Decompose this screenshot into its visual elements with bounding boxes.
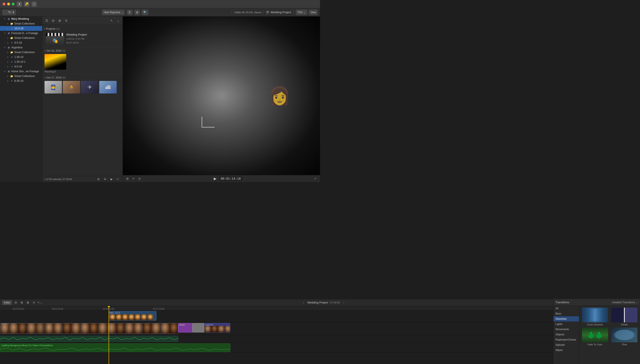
expand-arrow: ▸ xyxy=(8,27,10,30)
projects-section-header[interactable]: ▾ Projects (1) xyxy=(42,26,123,31)
chevron-down-icon: ⌄ xyxy=(121,11,123,14)
preview-right-controls: ⤢ xyxy=(313,176,318,181)
event-star-icon-6: ✦ xyxy=(10,79,14,83)
import-icon2: 📷 xyxy=(8,11,11,14)
browser-cursor-dropdown[interactable]: ⌄ xyxy=(116,18,121,23)
sidebar-label-mary-wedding: Mary Wedding xyxy=(11,17,29,20)
hide-rejected-button[interactable]: Hide Rejected ⌄ xyxy=(102,10,125,15)
status-settings-btn[interactable]: ⚙ xyxy=(103,177,107,181)
close-button[interactable] xyxy=(3,2,6,6)
oct18-count: (1) xyxy=(62,49,66,52)
oct17-section-header[interactable]: ▾ Oct 17, 2018 (6) xyxy=(42,74,123,80)
browser-grid-icon[interactable]: ⊞ xyxy=(57,18,62,23)
oct17-label: Oct 17, 2018 xyxy=(47,76,62,79)
cockpit-thumb[interactable]: ✈ xyxy=(81,81,98,94)
status-view-btn[interactable]: ⊞ xyxy=(96,177,101,181)
sidebar-item-1-30-19-1[interactable]: ▸ ✦ 1-30-19 1 xyxy=(0,60,42,64)
thumb-body: 🎭 xyxy=(46,36,64,46)
zoom-chevron-icon: ⌄ xyxy=(304,11,306,14)
expand-arrow: ▸ xyxy=(8,37,10,39)
event-star-icon-2: ✦ xyxy=(10,41,14,44)
status-controls: ⊞ ⚙ ▶ ✂ xyxy=(96,177,120,181)
hide-rejected-label: Hide Rejected xyxy=(104,11,120,14)
sidebar-label-8-30-18: 8-30-18 xyxy=(14,80,23,82)
section-arrow: ▾ xyxy=(44,28,45,30)
l-shape-overlay xyxy=(201,117,215,128)
event-star-icon: ✦ xyxy=(10,27,14,30)
wedding-project-thumb: 🎭 xyxy=(46,33,64,46)
timecode-display: 00:01:14:18 xyxy=(219,176,243,181)
import-button[interactable]: ⬛ 📷 ⬆ xyxy=(2,10,16,15)
zoom-button[interactable]: 70% ⌄ xyxy=(296,10,307,15)
download-icon[interactable]: ⬇ xyxy=(17,2,22,7)
sidebar-item-smart-collections-4[interactable]: ▸ 📁 Smart Collections xyxy=(0,74,42,78)
expand-arrow: ▸ xyxy=(8,66,10,68)
browser-cursor-icon[interactable]: ↖ xyxy=(109,18,114,23)
sidebar-item-home-sho-footage[interactable]: ▾ ⊞ Home Sho...ne Footage xyxy=(0,69,42,74)
smart-folder-icon-4: 📁 xyxy=(10,74,14,78)
project-camera-icon: 🎬 xyxy=(266,11,269,14)
sidebar-item-argentina[interactable]: ▾ ⊞ Argentina xyxy=(0,45,42,50)
expand-btn[interactable]: ⤢ xyxy=(313,176,318,181)
import-icon: ⬛ xyxy=(4,11,7,14)
sidebar-item-mary-wedding[interactable]: ▾ ⊞ Mary Wedding xyxy=(0,16,42,21)
pilot-thumb[interactable]: 👮 xyxy=(45,81,62,94)
library-icon-2: ⊞ xyxy=(7,32,11,35)
status-clip-btn[interactable]: ✂ xyxy=(116,177,120,181)
search-button[interactable]: 🔍 xyxy=(142,10,148,15)
wedding-project-card[interactable]: 🎭 Wedding Project 1/30/19, 5:20 PM 00:07… xyxy=(44,32,121,47)
clapper-stripe xyxy=(46,33,64,36)
browser-sort-icon[interactable]: ⇅ xyxy=(64,18,69,23)
list-view-button[interactable]: ☰ xyxy=(127,10,132,15)
view-mode-btn[interactable]: ⊞ xyxy=(125,176,130,181)
sidebar-item-smart-collections-1[interactable]: ▸ 📁 Smart Collections xyxy=(0,21,42,26)
sidebar-item-1-30-19[interactable]: ▸ ✦ 1-30-19 xyxy=(0,55,42,60)
sidebar-label-home-sho-footage: Home Sho...ne Footage xyxy=(11,70,39,73)
trim-btn[interactable]: ✂ xyxy=(131,176,136,181)
check-icon[interactable]: ✓ xyxy=(32,2,37,7)
sidebar-item-forecast-footage[interactable]: ▾ ⊞ Forecast D...e Footage xyxy=(0,31,42,36)
view-button[interactable]: View xyxy=(309,10,318,15)
share-icon: ⬆ xyxy=(12,11,14,14)
standing-thumb[interactable]: 🧍 xyxy=(63,81,80,94)
preview-left-controls: ⊞ ✂ ⊙ xyxy=(125,176,142,181)
browser-content: ▾ Projects (1) 🎭 Wedding Project 1/30/19… xyxy=(42,25,123,176)
sidebar-item-8-30-18[interactable]: ▸ ✦ 8-30-18 xyxy=(0,78,42,83)
grid-view-button[interactable]: ⊞ xyxy=(134,10,140,15)
aerial-thumb[interactable]: 🏙 xyxy=(99,81,117,94)
expand-arrow: ▸ xyxy=(8,42,10,44)
planning5-thumb[interactable] xyxy=(45,54,66,70)
maximize-button[interactable] xyxy=(12,2,15,6)
oct17-count: (6) xyxy=(62,76,66,79)
minimize-button[interactable] xyxy=(7,2,10,6)
smart-folder-icon: 📁 xyxy=(10,22,14,26)
expand-arrow: ▸ xyxy=(8,22,10,25)
sidebar: ▾ ⊞ Mary Wedding ▸ 📁 Smart Collections ▸… xyxy=(0,16,42,182)
sidebar-item-9-5-18[interactable]: ▸ ✦ 9-5-18 xyxy=(0,40,42,45)
status-play-btn[interactable]: ▶ xyxy=(109,177,114,181)
sidebar-item-9-5-18-2[interactable]: ▸ ✦ 9-5-18 xyxy=(0,64,42,69)
audio-btn[interactable]: ⊙ xyxy=(137,176,142,181)
sidebar-item-10-3-18[interactable]: ▸ ✦ 10-3-18 xyxy=(0,26,42,31)
wedding-project-name: Wedding Project xyxy=(66,33,119,36)
browser-status-bar: 1 of 59 selected, 07:39:05 ⊞ ⚙ ▶ ✂ xyxy=(42,176,123,182)
wedding-project-date: 1/30/19, 5:20 PM xyxy=(66,37,119,41)
preview-video[interactable]: 👩 xyxy=(123,16,320,175)
sidebar-item-smart-collections-2[interactable]: ▸ 📁 Smart Collections xyxy=(0,36,42,40)
browser-list-icon[interactable]: ☰ xyxy=(44,18,49,23)
play-button[interactable]: ▶ xyxy=(212,176,218,181)
oct18-section-header[interactable]: ▾ Oct 18, 2018 (1) xyxy=(42,48,123,53)
library-icon-4: ⊞ xyxy=(7,70,11,73)
sidebar-item-smart-collections-3[interactable]: ▸ 📁 Smart Collections xyxy=(0,50,42,55)
key-icon[interactable]: 🔑 xyxy=(24,2,29,7)
sidebar-label-smart-collections-1: Smart Collections xyxy=(14,22,35,25)
toolbar-separator4 xyxy=(293,10,294,14)
browser-header: ☰ ⊟ ⊞ ⇅ ↖ ⌄ xyxy=(42,16,123,25)
wedding-project-duration: 00:07:39:05 xyxy=(66,41,119,45)
browser-clip-icon[interactable]: ⊟ xyxy=(51,18,56,23)
section-arrow: ▾ xyxy=(45,76,46,79)
projects-count: (1) xyxy=(56,27,60,30)
person-area: 👩 xyxy=(123,16,320,175)
sidebar-label-smart-collections-2: Smart Collections xyxy=(14,36,35,40)
expand-arrow: ▾ xyxy=(4,18,7,20)
